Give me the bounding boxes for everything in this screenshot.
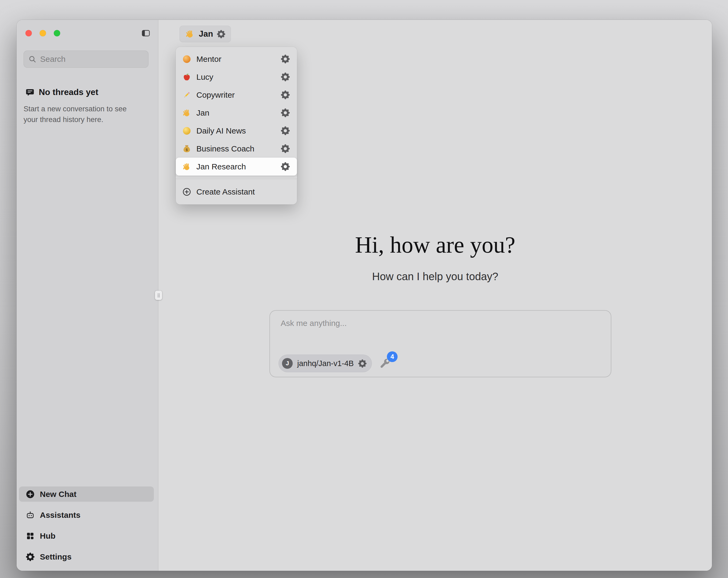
zoom-button[interactable] [54, 30, 60, 36]
gear-icon [26, 553, 34, 561]
business-coach-settings-gear-icon[interactable] [281, 144, 290, 153]
greeting-subtitle: How can I help you today? [158, 271, 712, 282]
model-avatar: J [282, 358, 293, 369]
copywriter-settings-gear-icon[interactable] [281, 91, 290, 99]
mentor-settings-gear-icon[interactable] [281, 55, 290, 64]
menu-item-jan-research[interactable]: Jan Research [176, 158, 297, 176]
tools-button[interactable]: 4 [379, 357, 392, 371]
lucy-settings-gear-icon[interactable] [281, 73, 290, 81]
nav-item-label: Assistants [40, 510, 80, 520]
yellow-circle-icon [182, 126, 191, 135]
search-field [24, 51, 149, 68]
tools-count-badge: 4 [387, 351, 397, 362]
chat-bubble-icon [26, 88, 34, 97]
sidebar-item-settings[interactable]: Settings [19, 549, 154, 564]
close-button[interactable] [25, 30, 32, 36]
wave-hand-icon [182, 162, 191, 171]
model-selector[interactable]: J janhq/Jan-v1-4B [279, 355, 372, 372]
nav-item-label: Hub [40, 531, 55, 541]
empty-state-description: Start a new conversation to see your thr… [23, 104, 136, 125]
model-settings-gear-icon[interactable] [358, 359, 367, 368]
empty-state-title: No threads yet [39, 87, 98, 97]
chat-composer: J janhq/Jan-v1-4B 4 [269, 310, 612, 377]
blocks-icon [26, 532, 34, 540]
menu-item-copywriter[interactable]: Copywriter [176, 86, 297, 104]
sidebar-toggle-button[interactable] [141, 29, 151, 38]
jan-research-settings-gear-icon[interactable] [281, 162, 290, 171]
sidebar-resize-handle[interactable] [155, 291, 162, 300]
menu-item-create-assistant[interactable]: Create Assistant [176, 183, 297, 201]
wave-hand-icon [182, 108, 191, 118]
jan-settings-gear-icon[interactable] [281, 108, 290, 117]
pencil-icon [182, 91, 191, 100]
menu-item-daily-ai-news[interactable]: Daily AI News [176, 122, 297, 140]
menu-item-business-coach[interactable]: Business Coach [176, 140, 297, 158]
assistant-settings-icon[interactable] [217, 30, 225, 38]
orange-circle-icon [182, 55, 191, 64]
sidebar-nav: New Chat Assistants Hub Settings [19, 486, 154, 564]
plus-circle-icon [26, 490, 34, 499]
sidebar-item-new-chat[interactable]: New Chat [19, 486, 154, 502]
money-bag-icon [182, 144, 191, 153]
minimize-button[interactable] [40, 30, 46, 36]
wave-hand-icon [185, 29, 195, 39]
empty-threads-state: No threads yet Start a new conversation … [23, 87, 140, 125]
assistant-selector-button[interactable]: Jan [180, 26, 231, 42]
assistant-menu: Mentor Lucy Copywriter Jan Daily AI [176, 47, 297, 204]
plus-circle-outline-icon [182, 187, 191, 196]
daily-ai-news-settings-gear-icon[interactable] [281, 126, 290, 135]
menu-separator [176, 179, 297, 179]
composer-toolbar: J janhq/Jan-v1-4B 4 [279, 355, 392, 372]
search-input[interactable] [40, 55, 144, 64]
window-controls [25, 30, 60, 36]
bot-icon [26, 511, 34, 520]
menu-item-jan[interactable]: Jan [176, 104, 297, 122]
nav-item-label: New Chat [40, 490, 77, 499]
sidebar-item-hub[interactable]: Hub [19, 528, 154, 544]
app-window: No threads yet Start a new conversation … [17, 20, 712, 571]
model-name: janhq/Jan-v1-4B [297, 359, 354, 368]
sidebar: No threads yet Start a new conversation … [17, 20, 158, 571]
nav-item-label: Settings [40, 552, 72, 561]
menu-item-lucy[interactable]: Lucy [176, 68, 297, 86]
search-icon [28, 55, 36, 63]
main-area: Jan Mentor Lucy Copywriter [158, 20, 712, 571]
chat-input[interactable] [281, 319, 601, 337]
menu-item-mentor[interactable]: Mentor [176, 50, 297, 68]
apple-icon [182, 73, 191, 82]
greeting-title: Hi, how are you? [158, 231, 712, 258]
assistant-selector-label: Jan [199, 29, 213, 39]
sidebar-item-assistants[interactable]: Assistants [19, 507, 154, 523]
